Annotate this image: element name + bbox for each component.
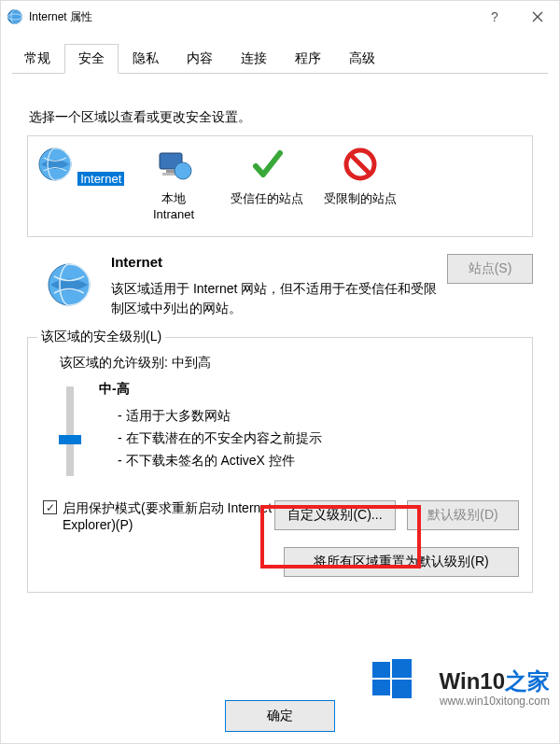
tab-connections[interactable]: 连接 xyxy=(227,44,281,74)
ok-button[interactable]: 确定 xyxy=(225,700,335,732)
default-level-button[interactable]: 默认级别(D) xyxy=(407,500,519,530)
win10-logo-icon xyxy=(372,659,412,702)
zones-box: Internet 本地 Intranet 受信任的站点 xyxy=(27,135,533,237)
bullet-1: - 适用于大多数网站 xyxy=(118,405,519,428)
protected-mode-checkbox[interactable]: ✓ xyxy=(43,500,57,514)
zone-detail-desc: 该区域适用于 Internet 网站，但不适用于在受信任和受限制区域中列出的网站… xyxy=(111,279,440,318)
zone-intranet-label: 本地 Intranet xyxy=(127,190,220,221)
bullet-2: - 在下载潜在的不安全内容之前提示 xyxy=(118,428,519,450)
zone-detail-title: Internet xyxy=(111,254,440,270)
zone-detail-text: Internet 该区域适用于 Internet 网站，但不适用于在受信任和受限… xyxy=(111,254,440,318)
svg-point-6 xyxy=(175,162,191,179)
tab-content[interactable]: 内容 xyxy=(173,44,227,74)
security-slider-track[interactable] xyxy=(66,386,74,476)
zones-list: Internet 本地 Intranet 受信任的站点 xyxy=(34,142,526,225)
protected-mode-label: 启用保护模式(要求重新启动 Internet Explorer)(P) xyxy=(63,500,274,532)
zone-detail: Internet 该区域适用于 Internet 网站，但不适用于在受信任和受限… xyxy=(27,254,533,318)
security-slider-thumb[interactable] xyxy=(59,435,81,444)
level-desc: - 适用于大多数网站 - 在下载潜在的不安全内容之前提示 - 不下载未签名的 A… xyxy=(99,405,519,471)
svg-rect-13 xyxy=(392,680,412,698)
svg-rect-11 xyxy=(392,659,412,678)
zone-restricted[interactable]: 受限制的站点 xyxy=(314,142,407,225)
zone-internet[interactable]: Internet xyxy=(34,142,127,225)
protected-mode-row: ✓ 启用保护模式(要求重新启动 Internet Explorer)(P) 自定… xyxy=(43,500,519,577)
prohibited-icon xyxy=(342,170,379,186)
help-button[interactable]: ? xyxy=(473,1,516,33)
slider-col xyxy=(41,381,99,476)
watermark-brand: Win10之家 xyxy=(440,667,550,696)
zone-trusted[interactable]: 受信任的站点 xyxy=(220,142,314,225)
tab-row: 常规 安全 隐私 内容 连接 程序 高级 xyxy=(1,44,559,74)
bullet-3: - 不下载未签名的 ActiveX 控件 xyxy=(118,450,519,472)
zone-trusted-label: 受信任的站点 xyxy=(220,190,314,207)
reset-all-button[interactable]: 将所有区域重置为默认级别(R) xyxy=(284,547,519,577)
tab-security[interactable]: 安全 xyxy=(64,44,119,74)
brand-suffix: 之家 xyxy=(505,668,550,694)
level-col: 中-高 - 适用于大多数网站 - 在下载潜在的不安全内容之前提示 - 不下载未签… xyxy=(99,381,519,476)
security-level-fieldset: 该区域的安全级别(L) 该区域的允许级别: 中到高 中-高 - 适用于大多数网站… xyxy=(27,337,533,593)
level-row: 中-高 - 适用于大多数网站 - 在下载潜在的不安全内容之前提示 - 不下载未签… xyxy=(41,381,519,476)
internet-icon xyxy=(7,8,23,25)
checkmark-icon: ✓ xyxy=(46,502,55,513)
level-name: 中-高 xyxy=(99,381,519,398)
zone-intranet[interactable]: 本地 Intranet xyxy=(127,142,220,225)
instruction-text: 选择一个区域以查看或更改安全设置。 xyxy=(29,109,533,126)
svg-line-8 xyxy=(351,155,370,174)
svg-rect-10 xyxy=(372,662,390,678)
checkmark-icon xyxy=(248,170,286,186)
close-button[interactable] xyxy=(516,1,559,33)
sites-button-wrap: 站点(S) xyxy=(447,254,533,318)
tab-advanced[interactable]: 高级 xyxy=(335,44,389,74)
zone-restricted-label: 受限制的站点 xyxy=(314,190,407,207)
monitor-globe-icon xyxy=(155,170,192,186)
titlebar-buttons: ? xyxy=(473,1,559,33)
fieldset-title: 该区域的安全级别(L) xyxy=(37,329,165,345)
globe-icon xyxy=(36,170,77,186)
brand-main: Win10 xyxy=(440,668,505,694)
tab-general[interactable]: 常规 xyxy=(10,44,64,74)
level-buttons-row: 自定义级别(C)... 默认级别(D) xyxy=(274,500,519,530)
custom-level-button[interactable]: 自定义级别(C)... xyxy=(274,500,396,530)
tab-privacy[interactable]: 隐私 xyxy=(119,44,173,74)
zone-detail-icon xyxy=(27,254,111,318)
window-title: Internet 属性 xyxy=(29,9,473,25)
dialog-window: Internet 属性 ? 常规 安全 隐私 内容 连接 程序 高级 选择一个区… xyxy=(0,0,560,744)
allowed-levels-text: 该区域的允许级别: 中到高 xyxy=(60,355,519,372)
level-buttons: 自定义级别(C)... 默认级别(D) 将所有区域重置为默认级别(R) xyxy=(274,500,519,577)
titlebar: Internet 属性 ? xyxy=(1,1,559,33)
zone-internet-label: Internet xyxy=(77,172,124,186)
ok-row: 确定 xyxy=(1,700,559,732)
svg-rect-12 xyxy=(372,680,390,695)
tab-programs[interactable]: 程序 xyxy=(281,44,335,74)
sites-button[interactable]: 站点(S) xyxy=(447,254,533,284)
tab-content: 选择一个区域以查看或更改安全设置。 Internet 本地 Intranet xyxy=(1,74,559,602)
